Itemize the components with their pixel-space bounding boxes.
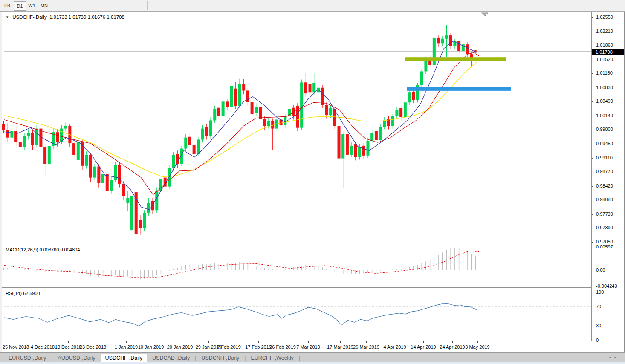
- price-axis-label: 1.01860: [596, 43, 613, 48]
- price-axis-tick: [592, 200, 593, 200]
- date-axis-tick: [126, 341, 127, 343]
- price-axis-label: 0.99450: [596, 141, 613, 146]
- date-axis-tick: [258, 341, 259, 343]
- price-axis-tick: [592, 214, 593, 215]
- toolbar-separator: [51, 1, 51, 10]
- chart-tab-usdcnh-daily[interactable]: USDCNH-,Daily: [196, 354, 244, 362]
- price-axis-label: 0.98080: [596, 197, 613, 202]
- price-axis-tick: [592, 60, 593, 60]
- rsi-axis-label: 30: [596, 323, 601, 328]
- symbol-name: USDCHF-,Daily: [12, 14, 47, 20]
- window-bottom-edge: [0, 362, 625, 364]
- macd-axis-label: 0.00: [596, 267, 605, 272]
- tab-scroll-right-icon[interactable]: ▸: [614, 355, 620, 359]
- price-axis-tick: [592, 186, 593, 187]
- price-axis-label: 1.02210: [596, 29, 613, 34]
- chart-tab-eurusd-daily[interactable]: EURUSD-,Daily: [3, 354, 51, 362]
- tab-scroll-left-icon[interactable]: ◂: [609, 355, 615, 359]
- timeframe-button-mn[interactable]: MN: [38, 1, 50, 10]
- chart-tab-eurchf-weekly[interactable]: EURCHF-,Weekly: [246, 354, 298, 362]
- date-axis-tick: [477, 341, 478, 343]
- toolbar-separator: [147, 1, 148, 10]
- price-axis-label: 0.98420: [596, 183, 613, 188]
- date-axis-tick: [366, 341, 367, 343]
- date-axis-tick: [180, 341, 180, 343]
- date-axis-tick: [93, 341, 93, 343]
- chart-tab-usdchf-daily[interactable]: USDCHF-,Daily: [101, 354, 148, 362]
- chart-window[interactable]: ▼ USDCHF-,Daily 1.01733 1.01739 1.01676 …: [2, 12, 625, 353]
- tab-scroll-arrows[interactable]: ◂▸: [609, 355, 620, 359]
- date-axis-tick: [229, 341, 229, 343]
- macd-axis-label: 0.00597: [596, 244, 613, 249]
- collapse-triangle-icon[interactable]: ▼: [6, 15, 9, 19]
- date-axis-label: 14 Apr 2019: [407, 344, 440, 350]
- date-axis-label: 7 Mar 2019: [292, 344, 324, 350]
- date-axis-label: 26 Mar 2019: [350, 344, 382, 350]
- macd-indicator-pane[interactable]: [2, 246, 591, 287]
- date-axis-label: 4 Apr 2019: [379, 344, 411, 350]
- date-axis-tick: [68, 341, 69, 343]
- pane-separator[interactable]: [2, 287, 591, 288]
- price-axis-tick: [592, 172, 593, 172]
- price-axis-tick: [592, 46, 593, 46]
- price-axis-label: 0.97390: [596, 225, 613, 230]
- date-axis-label: 10 Jan 2019: [135, 344, 167, 350]
- date-axis-tick: [423, 341, 424, 343]
- price-axis-label: 1.02550: [596, 14, 613, 20]
- date-axis-tick: [151, 341, 151, 343]
- ma-mid-red-line: [4, 52, 479, 194]
- date-axis-tick: [208, 341, 209, 343]
- price-axis-tick: [592, 101, 593, 102]
- price-axis-tick: [592, 228, 593, 228]
- arrow-marker-icon: [481, 13, 488, 16]
- date-axis-label: 20 Jan 2019: [164, 344, 196, 350]
- macd-histogram: [3, 248, 476, 280]
- price-axis-tick: [592, 144, 593, 144]
- price-axis-label: 0.99800: [596, 127, 613, 132]
- timeframe-button-h4[interactable]: H4: [2, 1, 13, 10]
- rsi-indicator-pane[interactable]: [2, 289, 591, 341]
- rsi-axis-label: 0: [596, 338, 599, 343]
- date-axis-tick: [283, 341, 283, 343]
- chart-tab-usdcad-daily[interactable]: USDCAD-,Daily: [147, 354, 195, 362]
- timeframe-button-d1[interactable]: D1: [14, 1, 26, 11]
- support-blue-level-line: [407, 87, 511, 91]
- price-axis-tick: [592, 242, 593, 243]
- ma-slow-yellow-line: [4, 61, 477, 176]
- price-axis-label: 1.00490: [596, 98, 613, 104]
- pane-separator[interactable]: [2, 244, 591, 244]
- chart-tab-audusd-daily[interactable]: AUDUSD-,Daily: [52, 354, 100, 362]
- current-price-tag: 1.01708: [592, 49, 624, 55]
- date-axis[interactable]: 25 Nov 20184 Dec 201813 Dec 201823 Dec 2…: [2, 341, 591, 353]
- price-axis-tick: [592, 17, 593, 18]
- mt4-application-window: H4D1W1MN ▼ USDCHF-,Daily 1.01733 1.01739…: [0, 0, 625, 364]
- price-axis-tick: [592, 88, 593, 88]
- price-axis[interactable]: 1.01708 1.025501.022101.018601.015201.01…: [591, 12, 624, 341]
- candlestick-series: [2, 25, 477, 238]
- chart-tabs: EURUSD-,Daily|AUDUSD-,DailyUSDCHF-,Daily…: [3, 353, 300, 363]
- price-axis-label: 0.97050: [596, 239, 613, 244]
- price-axis-label: 0.97730: [596, 211, 613, 217]
- macd-axis-label: -0.004243: [596, 283, 617, 289]
- date-axis-tick: [395, 341, 395, 343]
- price-axis-label: 1.01520: [596, 57, 613, 62]
- date-axis-label: 23 Dec 2018: [77, 344, 109, 350]
- date-axis-tick: [43, 341, 43, 343]
- date-axis-tick: [16, 341, 16, 343]
- rsi-axis-label: 100: [596, 289, 604, 295]
- main-price-pane[interactable]: [2, 12, 591, 244]
- price-axis-tick: [592, 116, 593, 116]
- timeframe-button-w1[interactable]: W1: [26, 1, 38, 10]
- tab-separator: |: [299, 355, 300, 361]
- rsi-axis-label: 70: [596, 304, 601, 309]
- price-axis-tick: [592, 73, 593, 74]
- date-axis-label: 3 May 2019: [461, 344, 494, 350]
- chart-title: ▼ USDCHF-,Daily 1.01733 1.01739 1.01676 …: [6, 14, 124, 20]
- price-axis-label: 1.00830: [596, 85, 613, 90]
- price-axis-tick: [592, 158, 593, 159]
- price-axis-tick: [592, 32, 593, 32]
- price-axis-label: 1.01180: [596, 70, 613, 75]
- macd-label: MACD(12,26,9) 0.003760 0.004804: [6, 247, 80, 252]
- rsi-label: RSI(14) 62.5900: [6, 291, 40, 296]
- resistance-olive-level-line: [405, 57, 506, 61]
